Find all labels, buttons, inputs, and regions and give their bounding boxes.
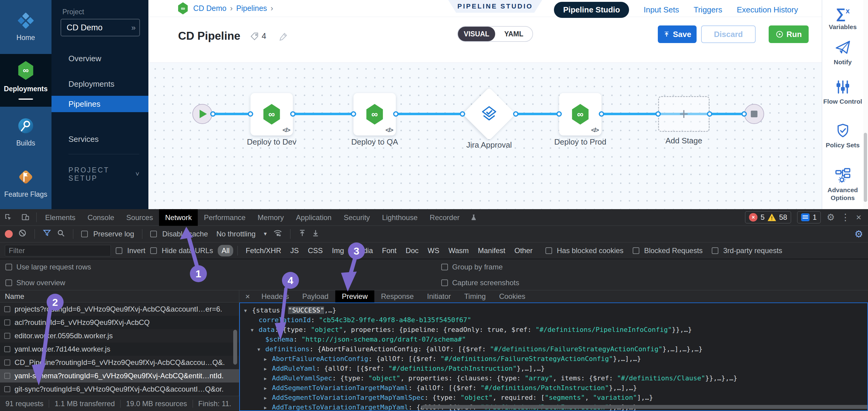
filter-pill-fetch-xhr[interactable]: Fetch/XHR	[242, 245, 285, 257]
request-row[interactable]: git-sync?routingId=6_vVHzo9Qeu9fXvj-AcbC…	[0, 382, 239, 396]
json-tree-line[interactable]: ▼definitions: {AbortFailureActionConfig:…	[240, 344, 867, 354]
filter-input[interactable]: Filter	[5, 245, 111, 257]
sidebar-item-deployments[interactable]: Deployments	[52, 76, 148, 92]
sidebar-item-services[interactable]: Services	[52, 131, 148, 147]
page-scrollbar[interactable]	[863, 0, 868, 209]
link-port[interactable]	[741, 111, 747, 117]
link-port[interactable]	[351, 111, 356, 117]
expand-triangle-icon[interactable]: ▶	[264, 393, 272, 403]
expand-triangle-icon[interactable]: ▶	[264, 364, 272, 374]
show-overview-checkbox[interactable]	[5, 280, 12, 286]
expand-triangle-icon[interactable]: ▶	[264, 403, 272, 411]
pipeline-end-node[interactable]	[744, 104, 764, 124]
breadcrumb-pipelines[interactable]: Pipelines	[236, 4, 267, 13]
tab-input-sets[interactable]: Input Sets	[644, 5, 679, 14]
pipeline-start-node[interactable]	[192, 104, 212, 124]
invert-checkbox[interactable]	[116, 247, 122, 254]
detail-tab-payload[interactable]: Payload	[296, 290, 335, 302]
detail-tab-response[interactable]: Response	[374, 290, 421, 302]
link-port[interactable]	[393, 111, 399, 117]
devtools-tab-network[interactable]: Network	[159, 209, 198, 226]
hide-data-urls-checkbox[interactable]	[150, 247, 157, 254]
filter-pill-all[interactable]: All	[218, 245, 233, 257]
export-har-icon[interactable]	[312, 229, 319, 239]
json-tree-line[interactable]: ▼data: {type: "object", properties: {pip…	[240, 325, 867, 334]
json-tree-line[interactable]: ▶AddSegmentToVariationTargetMapYaml: {al…	[240, 383, 867, 393]
add-stage-button[interactable]: +	[658, 96, 710, 132]
devtools-close-icon[interactable]: ×	[856, 213, 861, 222]
disable-cache-checkbox[interactable]	[150, 231, 157, 237]
request-row[interactable]: CD_Pipeline?routingId=6_vVHzo9Qeu9fXvj-A…	[0, 356, 239, 369]
blocked-requests-checkbox[interactable]	[633, 247, 639, 254]
tool-policy-sets[interactable]: Policy Sets	[822, 123, 863, 149]
tool-advanced-options[interactable]: Advanced Options	[822, 167, 863, 202]
link-port[interactable]	[513, 111, 519, 117]
link-port[interactable]	[460, 111, 465, 117]
devtools-tab-recorder[interactable]: Recorder	[424, 209, 466, 226]
expand-triangle-icon[interactable]: ▶	[264, 354, 272, 364]
edit-title-button[interactable]	[279, 31, 288, 42]
run-button[interactable]: Run	[769, 26, 809, 43]
stage-deploy-to-prod[interactable]: ∞ </>	[559, 93, 601, 136]
detail-tab-initiator[interactable]: Initiator	[421, 290, 458, 302]
filter-pill-manifest[interactable]: Manifest	[474, 245, 509, 257]
toggle-yaml[interactable]: YAML	[495, 27, 532, 41]
filter-pill-wasm[interactable]: Wasm	[445, 245, 472, 257]
inspect-element-icon[interactable]	[0, 213, 17, 222]
request-list-scrollbar[interactable]	[233, 330, 237, 364]
json-tree-line[interactable]: ▶AbortFailureActionConfig: {allOf: [{$re…	[240, 354, 867, 364]
rail-item-feature-flags[interactable]: Feature Flags	[0, 157, 52, 209]
devtools-settings-gear-icon[interactable]: ⚙	[827, 213, 835, 222]
save-button[interactable]: Save	[658, 26, 696, 43]
request-row[interactable]: acl?routingId=6_vVHzo9Qeu9fXvj-AcbCQ	[0, 316, 239, 329]
has-blocked-cookies-checkbox[interactable]	[546, 247, 552, 254]
project-setup-toggle[interactable]: PROJECT SETUP ˅	[68, 166, 139, 182]
group-by-frame-checkbox[interactable]	[441, 264, 448, 270]
network-settings-gear-icon[interactable]: ⚙	[855, 228, 863, 240]
use-large-request-rows-checkbox[interactable]	[5, 264, 12, 270]
preserve-log-checkbox[interactable]	[81, 231, 88, 237]
detail-tab-timing[interactable]: Timing	[458, 290, 492, 302]
filter-pill-doc[interactable]: Doc	[402, 245, 422, 257]
devtools-menu-kebab-icon[interactable]: ⋮	[841, 213, 850, 222]
tool-variables[interactable]: ∑x Variables	[822, 4, 863, 31]
detail-tab-preview[interactable]: Preview	[335, 290, 374, 302]
link-port[interactable]	[707, 111, 712, 117]
detail-tab-headers[interactable]: Headers	[255, 290, 296, 302]
expand-triangle-icon[interactable]: ▼	[251, 325, 259, 335]
expand-triangle-icon[interactable]: ▶	[264, 374, 272, 383]
tab-triggers[interactable]: Triggers	[693, 5, 722, 14]
request-row[interactable]: yaml-schema?routingId=6_vVHzo9Qeu9fXvj-A…	[0, 369, 239, 382]
link-port[interactable]	[210, 111, 216, 117]
toggle-visual[interactable]: VISUAL	[458, 27, 495, 41]
preview-horizontal-scrollbar[interactable]	[422, 405, 868, 409]
filter-pill-img[interactable]: Img	[328, 245, 348, 257]
rail-item-home[interactable]: Home	[0, 0, 52, 54]
tags-button[interactable]: 4	[250, 31, 266, 41]
tool-notify[interactable]: Notify	[822, 39, 863, 66]
scrollbar-thumb[interactable]	[864, 133, 867, 202]
capture-screenshots-checkbox[interactable]	[441, 280, 448, 286]
stage-deploy-to-dev[interactable]: ∞ </>	[250, 93, 293, 136]
devtools-tab-lighthouse[interactable]: Lighthouse	[376, 209, 424, 226]
import-har-icon[interactable]	[298, 229, 306, 239]
name-column-header[interactable]: Name	[0, 290, 239, 302]
third-party-requests-checkbox[interactable]	[712, 247, 718, 254]
filter-pill-other[interactable]: Other	[510, 245, 536, 257]
device-toolbar-icon[interactable]	[17, 213, 34, 222]
close-detail-icon[interactable]: ×	[239, 292, 255, 301]
network-conditions-icon[interactable]	[273, 229, 282, 239]
sidebar-item-pipelines[interactable]: Pipelines	[52, 96, 148, 112]
tab-execution-history[interactable]: Execution History	[737, 5, 798, 14]
tool-flow-control[interactable]: Flow Control	[822, 80, 863, 106]
devtools-tab-console[interactable]: Console	[82, 209, 120, 226]
rail-item-builds[interactable]: Builds	[0, 107, 52, 157]
filter-funnel-icon[interactable]	[43, 229, 51, 239]
filter-pill-ws[interactable]: WS	[424, 245, 443, 257]
expand-triangle-icon[interactable]: ▶	[264, 383, 272, 393]
pipeline-canvas[interactable]: ∞ </> ∞ </> ∞ </> + Deploy to	[148, 63, 822, 209]
request-row[interactable]: yaml.worker.7d144e.worker.js	[0, 343, 239, 356]
filter-pill-media[interactable]: Media	[349, 245, 376, 257]
link-port[interactable]	[599, 111, 604, 117]
filter-pill-css[interactable]: CSS	[304, 245, 327, 257]
